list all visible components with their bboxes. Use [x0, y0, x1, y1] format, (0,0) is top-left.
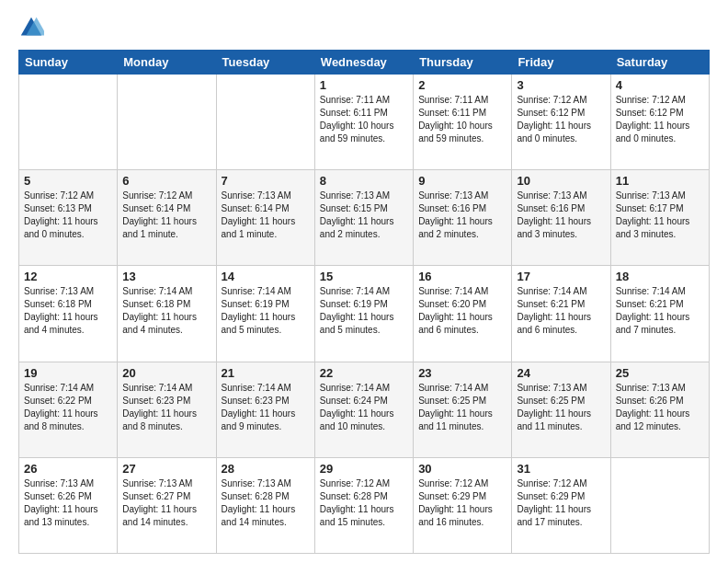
day-number: 17 — [517, 270, 605, 283]
day-number: 2 — [418, 78, 506, 92]
day-info: Sunrise: 7:14 AM Sunset: 6:20 PM Dayligh… — [418, 285, 506, 337]
week-row-3: 12Sunrise: 7:13 AM Sunset: 6:18 PM Dayli… — [19, 266, 710, 362]
weekday-header-monday: Monday — [118, 51, 216, 75]
day-info: Sunrise: 7:13 AM Sunset: 6:14 PM Dayligh… — [222, 190, 310, 241]
week-row-4: 19Sunrise: 7:14 AM Sunset: 6:22 PM Dayli… — [19, 362, 710, 457]
page: SundayMondayTuesdayWednesdayThursdayFrid… — [0, 0, 728, 563]
header — [18, 15, 710, 40]
logo-icon — [18, 15, 44, 40]
calendar-cell: 9Sunrise: 7:13 AM Sunset: 6:16 PM Daylig… — [414, 170, 512, 266]
day-number: 1 — [320, 78, 408, 92]
day-number: 21 — [222, 366, 310, 380]
day-info: Sunrise: 7:14 AM Sunset: 6:19 PM Dayligh… — [222, 285, 310, 337]
day-info: Sunrise: 7:13 AM Sunset: 6:17 PM Dayligh… — [616, 190, 704, 241]
calendar-cell: 18Sunrise: 7:14 AM Sunset: 6:21 PM Dayli… — [610, 266, 709, 362]
day-info: Sunrise: 7:14 AM Sunset: 6:21 PM Dayligh… — [616, 285, 704, 337]
day-number: 26 — [24, 462, 112, 476]
day-number: 16 — [418, 270, 506, 283]
calendar-cell: 6Sunrise: 7:12 AM Sunset: 6:14 PM Daylig… — [118, 170, 216, 266]
calendar-cell: 4Sunrise: 7:12 AM Sunset: 6:12 PM Daylig… — [610, 75, 709, 170]
day-number: 29 — [320, 462, 408, 476]
day-info: Sunrise: 7:14 AM Sunset: 6:18 PM Dayligh… — [122, 285, 210, 337]
calendar-cell: 25Sunrise: 7:13 AM Sunset: 6:26 PM Dayli… — [610, 362, 709, 457]
calendar-cell: 19Sunrise: 7:14 AM Sunset: 6:22 PM Dayli… — [19, 362, 118, 457]
day-number: 30 — [418, 462, 506, 476]
day-info: Sunrise: 7:14 AM Sunset: 6:22 PM Dayligh… — [24, 382, 112, 433]
weekday-header-friday: Friday — [512, 51, 610, 75]
day-info: Sunrise: 7:14 AM Sunset: 6:23 PM Dayligh… — [122, 382, 210, 433]
calendar-cell — [610, 457, 709, 553]
calendar-cell: 1Sunrise: 7:11 AM Sunset: 6:11 PM Daylig… — [314, 75, 413, 170]
day-info: Sunrise: 7:13 AM Sunset: 6:16 PM Dayligh… — [517, 190, 605, 241]
day-number: 27 — [122, 462, 210, 476]
calendar-cell — [118, 75, 216, 170]
day-number: 20 — [122, 366, 210, 380]
week-row-1: 1Sunrise: 7:11 AM Sunset: 6:11 PM Daylig… — [19, 75, 710, 170]
calendar-cell: 12Sunrise: 7:13 AM Sunset: 6:18 PM Dayli… — [19, 266, 118, 362]
calendar-cell: 28Sunrise: 7:13 AM Sunset: 6:28 PM Dayli… — [216, 457, 314, 553]
day-number: 24 — [517, 366, 605, 380]
day-info: Sunrise: 7:13 AM Sunset: 6:27 PM Dayligh… — [122, 477, 210, 529]
day-number: 3 — [517, 78, 605, 92]
calendar-cell: 8Sunrise: 7:13 AM Sunset: 6:15 PM Daylig… — [314, 170, 413, 266]
day-number: 4 — [616, 78, 704, 92]
day-number: 15 — [320, 270, 408, 283]
day-number: 31 — [517, 462, 605, 476]
calendar-cell: 24Sunrise: 7:13 AM Sunset: 6:25 PM Dayli… — [512, 362, 610, 457]
day-number: 11 — [616, 174, 704, 188]
day-info: Sunrise: 7:13 AM Sunset: 6:16 PM Dayligh… — [418, 190, 506, 241]
calendar-cell: 22Sunrise: 7:14 AM Sunset: 6:24 PM Dayli… — [314, 362, 413, 457]
day-info: Sunrise: 7:14 AM Sunset: 6:25 PM Dayligh… — [418, 382, 506, 433]
logo — [18, 15, 48, 40]
calendar-cell: 26Sunrise: 7:13 AM Sunset: 6:26 PM Dayli… — [19, 457, 118, 553]
day-number: 18 — [616, 270, 704, 283]
weekday-header-tuesday: Tuesday — [216, 51, 314, 75]
day-number: 8 — [320, 174, 408, 188]
day-number: 6 — [122, 174, 210, 188]
weekday-header-row: SundayMondayTuesdayWednesdayThursdayFrid… — [19, 51, 710, 75]
weekday-header-thursday: Thursday — [414, 51, 512, 75]
week-row-5: 26Sunrise: 7:13 AM Sunset: 6:26 PM Dayli… — [19, 457, 710, 553]
day-info: Sunrise: 7:13 AM Sunset: 6:26 PM Dayligh… — [616, 382, 704, 433]
calendar-cell: 11Sunrise: 7:13 AM Sunset: 6:17 PM Dayli… — [610, 170, 709, 266]
day-number: 7 — [222, 174, 310, 188]
day-number: 13 — [122, 270, 210, 283]
day-number: 12 — [24, 270, 112, 283]
day-info: Sunrise: 7:12 AM Sunset: 6:12 PM Dayligh… — [517, 94, 605, 145]
day-info: Sunrise: 7:11 AM Sunset: 6:11 PM Dayligh… — [418, 94, 506, 145]
day-info: Sunrise: 7:14 AM Sunset: 6:23 PM Dayligh… — [222, 382, 310, 433]
day-info: Sunrise: 7:12 AM Sunset: 6:29 PM Dayligh… — [418, 477, 506, 529]
calendar-cell: 2Sunrise: 7:11 AM Sunset: 6:11 PM Daylig… — [414, 75, 512, 170]
day-number: 9 — [418, 174, 506, 188]
day-info: Sunrise: 7:12 AM Sunset: 6:28 PM Dayligh… — [320, 477, 408, 529]
day-number: 14 — [222, 270, 310, 283]
calendar-cell: 30Sunrise: 7:12 AM Sunset: 6:29 PM Dayli… — [414, 457, 512, 553]
calendar-cell: 21Sunrise: 7:14 AM Sunset: 6:23 PM Dayli… — [216, 362, 314, 457]
day-info: Sunrise: 7:12 AM Sunset: 6:14 PM Dayligh… — [122, 190, 210, 241]
weekday-header-wednesday: Wednesday — [314, 51, 413, 75]
day-info: Sunrise: 7:13 AM Sunset: 6:25 PM Dayligh… — [517, 382, 605, 433]
calendar-cell: 15Sunrise: 7:14 AM Sunset: 6:19 PM Dayli… — [314, 266, 413, 362]
calendar-cell — [19, 75, 118, 170]
day-info: Sunrise: 7:14 AM Sunset: 6:19 PM Dayligh… — [320, 285, 408, 337]
day-number: 23 — [418, 366, 506, 380]
calendar-cell: 31Sunrise: 7:12 AM Sunset: 6:29 PM Dayli… — [512, 457, 610, 553]
calendar-cell: 14Sunrise: 7:14 AM Sunset: 6:19 PM Dayli… — [216, 266, 314, 362]
day-info: Sunrise: 7:12 AM Sunset: 6:12 PM Dayligh… — [616, 94, 704, 145]
day-info: Sunrise: 7:13 AM Sunset: 6:15 PM Dayligh… — [320, 190, 408, 241]
day-info: Sunrise: 7:11 AM Sunset: 6:11 PM Dayligh… — [320, 94, 408, 145]
day-number: 22 — [320, 366, 408, 380]
day-number: 5 — [24, 174, 112, 188]
calendar-cell: 27Sunrise: 7:13 AM Sunset: 6:27 PM Dayli… — [118, 457, 216, 553]
calendar-cell: 10Sunrise: 7:13 AM Sunset: 6:16 PM Dayli… — [512, 170, 610, 266]
day-info: Sunrise: 7:13 AM Sunset: 6:18 PM Dayligh… — [24, 285, 112, 337]
calendar-cell: 23Sunrise: 7:14 AM Sunset: 6:25 PM Dayli… — [414, 362, 512, 457]
calendar-cell: 17Sunrise: 7:14 AM Sunset: 6:21 PM Dayli… — [512, 266, 610, 362]
day-info: Sunrise: 7:14 AM Sunset: 6:24 PM Dayligh… — [320, 382, 408, 433]
calendar-cell: 3Sunrise: 7:12 AM Sunset: 6:12 PM Daylig… — [512, 75, 610, 170]
weekday-header-sunday: Sunday — [19, 51, 118, 75]
calendar-cell: 29Sunrise: 7:12 AM Sunset: 6:28 PM Dayli… — [314, 457, 413, 553]
calendar: SundayMondayTuesdayWednesdayThursdayFrid… — [18, 50, 710, 554]
day-number: 25 — [616, 366, 704, 380]
calendar-cell — [216, 75, 314, 170]
